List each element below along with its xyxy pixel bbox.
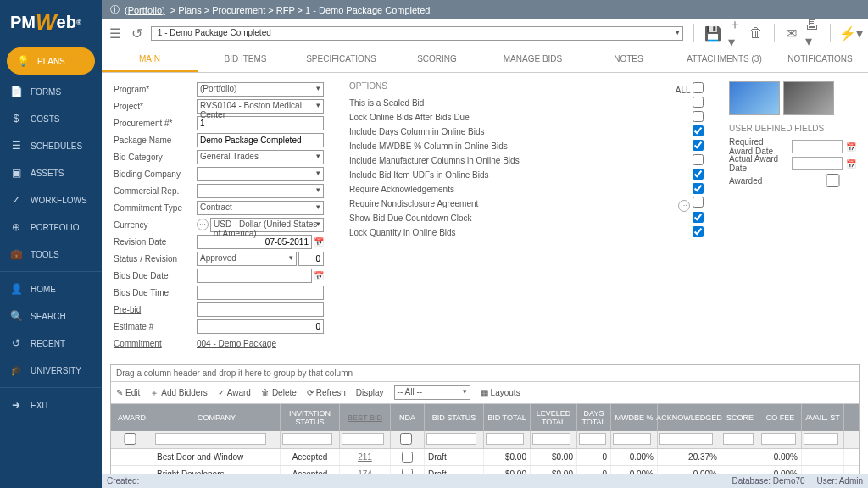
calendar-icon[interactable]: [846, 159, 856, 169]
delete-icon[interactable]: 🗑: [749, 23, 764, 43]
udf-input[interactable]: [792, 157, 843, 170]
field-input[interactable]: [197, 302, 324, 317]
field-select[interactable]: Approved: [197, 252, 297, 266]
col-header[interactable]: BID STATUS: [425, 404, 484, 431]
option-checkbox[interactable]: [693, 111, 704, 122]
breadcrumb-portfolio[interactable]: (Portfolio): [125, 5, 165, 15]
option-checkbox[interactable]: [693, 97, 704, 108]
grid-group-drop[interactable]: Drag a column header and drop it here to…: [111, 365, 859, 382]
add-icon[interactable]: ＋▾: [728, 23, 743, 43]
tab-scoring[interactable]: SCORING: [389, 47, 485, 72]
grid-edit[interactable]: ✎ Edit: [116, 388, 140, 397]
udf-checkbox[interactable]: [810, 174, 856, 187]
col-header[interactable]: COMPANY: [153, 404, 281, 431]
field-select[interactable]: RVS0104 - Boston Medical Center: [197, 99, 324, 114]
calendar-icon[interactable]: [314, 271, 324, 280]
filter-checkbox[interactable]: [113, 433, 147, 445]
tab-manage-bids[interactable]: MANAGE BIDS: [485, 47, 581, 72]
filter-input[interactable]: [723, 433, 754, 445]
field-link[interactable]: 004 - Demo Package: [197, 339, 276, 348]
tab-notifications[interactable]: NOTIFICATIONS: [772, 47, 868, 72]
more-icon[interactable]: ⋯: [678, 200, 690, 212]
sidebar-item-search[interactable]: 🔍SEARCH: [0, 302, 102, 330]
info-icon[interactable]: ⓘ: [110, 3, 120, 16]
sidebar-item-schedules[interactable]: ☰SCHEDULES: [0, 132, 102, 159]
tab-specifications[interactable]: SPECIFICATIONS: [293, 47, 389, 72]
col-header[interactable]: BID TOTAL: [484, 404, 531, 431]
tab-attachments-3-[interactable]: ATTACHMENTS (3): [676, 47, 772, 72]
col-header[interactable]: NDA: [391, 404, 425, 431]
bolt-icon[interactable]: ⚡▾: [841, 23, 861, 43]
field-input[interactable]: [197, 269, 312, 283]
mail-icon[interactable]: ✉: [784, 23, 798, 43]
field-select[interactable]: Contract: [197, 201, 324, 215]
filter-input[interactable]: [486, 433, 524, 445]
filter-input[interactable]: [532, 433, 570, 445]
field-select[interactable]: USD - Dollar (United States of America): [210, 218, 324, 232]
option-checkbox[interactable]: [693, 226, 704, 237]
list-icon[interactable]: ☰: [108, 23, 123, 43]
filter-input[interactable]: [613, 433, 651, 445]
thumbnail[interactable]: [783, 81, 834, 115]
calendar-icon[interactable]: [846, 142, 856, 152]
sidebar-item-assets[interactable]: ▣ASSETS: [0, 159, 102, 186]
col-header[interactable]: SCORE: [721, 404, 760, 431]
grid-refresh[interactable]: ⟳ Refresh: [307, 388, 346, 397]
print-icon[interactable]: 🖶▾: [805, 23, 820, 43]
col-header[interactable]: AWARD: [111, 404, 153, 431]
grid-delete[interactable]: 🗑 Delete: [261, 388, 297, 397]
more-icon[interactable]: ⋯: [197, 219, 209, 230]
thumbnail[interactable]: [729, 81, 780, 115]
field-input[interactable]: [197, 319, 324, 334]
sidebar-item-exit[interactable]: ➜EXIT: [0, 391, 102, 419]
field-input[interactable]: [197, 133, 324, 147]
field-select[interactable]: (Portfolio): [197, 82, 324, 97]
options-all-checkbox[interactable]: [693, 82, 704, 93]
tab-bid-items[interactable]: BID ITEMS: [198, 47, 293, 72]
sidebar-item-tools[interactable]: 💼TOOLS: [0, 241, 102, 268]
sidebar-item-home[interactable]: 👤HOME: [0, 275, 102, 302]
field-revision-num[interactable]: [298, 252, 324, 266]
table-row[interactable]: Best Door and WindowAccepted211Draft$0.0…: [111, 449, 859, 466]
tab-main[interactable]: MAIN: [102, 47, 198, 72]
filter-checkbox[interactable]: [392, 433, 420, 445]
option-checkbox[interactable]: [693, 183, 704, 194]
option-checkbox[interactable]: [693, 154, 704, 165]
grid-add-bidders[interactable]: ＋ Add Bidders: [150, 387, 207, 399]
filter-input[interactable]: [761, 433, 796, 445]
col-header[interactable]: LEVELED TOTAL: [531, 404, 577, 431]
option-checkbox[interactable]: [693, 169, 704, 180]
grid-display-select[interactable]: -- All --: [394, 385, 470, 400]
filter-input[interactable]: [426, 433, 476, 445]
save-icon[interactable]: 💾: [704, 23, 721, 43]
filter-input[interactable]: [659, 433, 713, 445]
field-select[interactable]: [197, 184, 324, 198]
field-select[interactable]: [197, 167, 324, 181]
option-checkbox[interactable]: [693, 197, 704, 208]
option-checkbox[interactable]: [693, 125, 704, 136]
field-input[interactable]: [197, 286, 324, 300]
filter-input[interactable]: [804, 433, 838, 445]
col-header[interactable]: BEST BID: [340, 404, 391, 431]
filter-input[interactable]: [579, 433, 606, 445]
col-header[interactable]: MWDBE %: [611, 404, 658, 431]
col-header[interactable]: DAYS TOTAL: [577, 404, 611, 431]
grid-layouts[interactable]: ▦ Layouts: [481, 388, 520, 397]
grid-award[interactable]: ✓ Award: [218, 388, 251, 397]
sidebar-item-plans[interactable]: 💡PLANS: [7, 47, 95, 75]
tab-notes[interactable]: NOTES: [581, 47, 676, 72]
sidebar-item-university[interactable]: 🎓UNIVERSITY: [0, 357, 102, 384]
filter-input[interactable]: [342, 433, 384, 445]
udf-input[interactable]: [792, 140, 843, 153]
filter-input[interactable]: [282, 433, 332, 445]
field-select[interactable]: General Trades: [197, 150, 324, 164]
col-header[interactable]: CO FEE: [760, 404, 802, 431]
record-selector[interactable]: 1 - Demo Package Completed: [151, 26, 683, 41]
sidebar-item-portfolio[interactable]: ⊕PORTFOLIO: [0, 214, 102, 241]
history-icon[interactable]: ↺: [130, 23, 144, 43]
sidebar-item-workflows[interactable]: ✓WORKFLOWS: [0, 186, 102, 214]
col-header[interactable]: AVAIL. ST: [802, 404, 844, 431]
sidebar-item-recent[interactable]: ↺RECENT: [0, 330, 102, 357]
sidebar-item-forms[interactable]: 📄FORMS: [0, 78, 102, 105]
col-header[interactable]: ACKNOWLEDGED: [658, 404, 721, 431]
